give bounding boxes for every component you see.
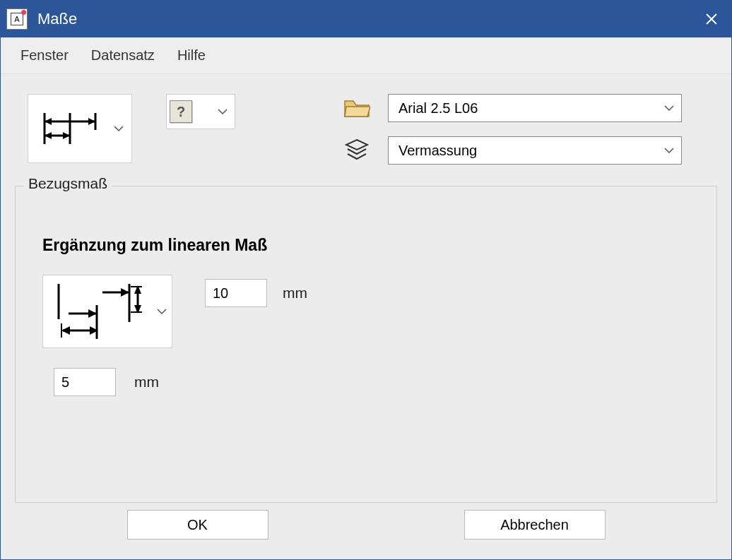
app-icon: A [6, 8, 28, 30]
menubar: Fenster Datensatz Hilfe [1, 37, 731, 74]
help-dropdown[interactable]: ? [166, 94, 235, 129]
layer-combo[interactable]: Vermassung [388, 136, 682, 165]
style-layer-column: Arial 2.5 L06 Vermassung [343, 94, 682, 165]
svg-marker-25 [61, 326, 70, 335]
font-style-value: Arial 2.5 L06 [399, 100, 664, 117]
dimension-ordinate-icon [43, 275, 152, 347]
window-title: Maße [37, 10, 692, 28]
toolbar-row: ? Arial 2.5 L06 [15, 94, 717, 165]
close-button[interactable] [692, 1, 731, 37]
cancel-button[interactable]: Abbrechen [464, 510, 606, 540]
group-label: Bezugsmaß [24, 175, 112, 192]
svg-marker-23 [88, 309, 97, 318]
chevron-down-icon [192, 95, 232, 129]
unit2-label: mm [134, 374, 159, 391]
dialog-window: A Maße Fenster Datensatz Hilfe [0, 0, 732, 560]
bezugsmass-group: Bezugsmaß Ergänzung zum linearen Maß [15, 186, 717, 503]
content-area: ? Arial 2.5 L06 [1, 74, 731, 559]
titlebar: A Maße [1, 1, 731, 37]
svg-marker-16 [121, 288, 129, 297]
offset1-input[interactable] [205, 279, 267, 307]
menu-hilfe[interactable]: Hilfe [177, 47, 206, 64]
menu-fenster[interactable]: Fenster [20, 47, 69, 64]
ok-button[interactable]: OK [127, 510, 268, 540]
section-heading: Ergänzung zum linearen Maß [42, 236, 690, 255]
close-icon [705, 13, 718, 25]
help-icon: ? [170, 100, 192, 123]
folder-icon[interactable] [343, 96, 371, 120]
menu-datensatz[interactable]: Datensatz [91, 47, 155, 64]
dimension-chain-icon [31, 97, 109, 160]
layer-value: Vermassung [399, 143, 664, 159]
unit1-label: mm [283, 285, 307, 302]
chevron-down-icon [152, 275, 172, 347]
chevron-down-icon [109, 97, 129, 160]
chevron-down-icon [664, 105, 674, 111]
chevron-down-icon [664, 148, 674, 153]
dimension-subtype-dropdown[interactable] [42, 275, 172, 348]
layers-icon[interactable] [343, 138, 371, 162]
dimension-type-dropdown[interactable] [28, 94, 132, 163]
dialog-buttons: OK Abbrechen [15, 503, 717, 547]
offset2-input[interactable] [54, 368, 116, 396]
font-style-combo[interactable]: Arial 2.5 L06 [388, 94, 682, 122]
